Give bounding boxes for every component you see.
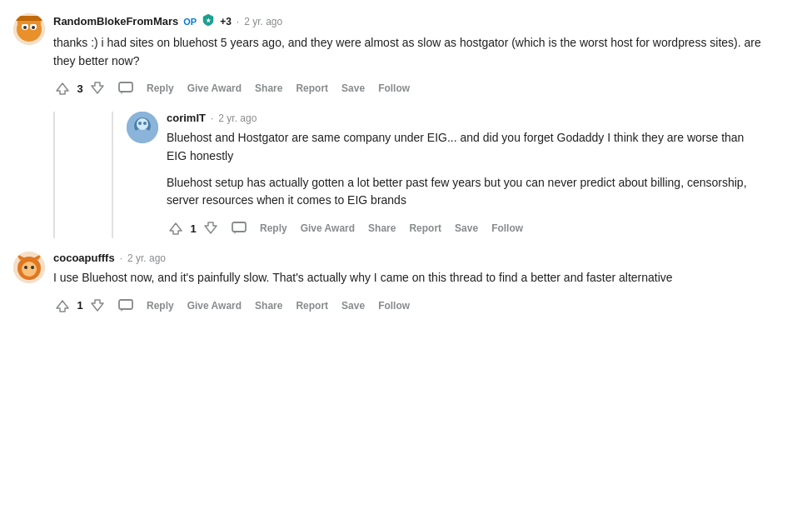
vote-area: 1 xyxy=(167,219,220,237)
downvote-button[interactable] xyxy=(88,297,107,315)
reply-button[interactable]: Reply xyxy=(142,79,179,97)
svg-rect-2 xyxy=(232,222,246,232)
upvote-button[interactable] xyxy=(53,297,72,315)
comment-3: cocoapufffs·2 yr. agoI use Bluehost now,… xyxy=(13,252,763,316)
timestamp: 2 yr. ago xyxy=(244,16,282,27)
reply-button[interactable]: Reply xyxy=(255,219,292,237)
svg-rect-1 xyxy=(119,82,132,92)
comment-icon-button[interactable] xyxy=(227,218,252,238)
give-award-button[interactable]: Give Award xyxy=(182,297,247,315)
score-badge: +3 xyxy=(220,16,232,27)
upvote-button[interactable] xyxy=(53,79,72,97)
award-icon: ★ xyxy=(202,13,215,29)
svg-rect-3 xyxy=(119,300,132,309)
dot-separator: · xyxy=(120,252,122,264)
comment-thread: RandomBlokeFromMarsOP★+3·2 yr. agothanks… xyxy=(13,13,763,316)
comment-header: RandomBlokeFromMarsOP★+3·2 yr. ago xyxy=(53,13,763,29)
dot-separator: · xyxy=(237,16,239,27)
comment-text: thanks :) i had sites on bluehost 5 year… xyxy=(53,34,763,70)
comment-body: RandomBlokeFromMarsOP★+3·2 yr. agothanks… xyxy=(53,13,763,98)
give-award-button[interactable]: Give Award xyxy=(182,79,247,97)
downvote-button[interactable] xyxy=(202,219,220,237)
avatar xyxy=(13,13,45,45)
svg-text:★: ★ xyxy=(206,17,212,23)
comment-icon-button[interactable] xyxy=(113,78,138,98)
comment-2: corimIT·2 yr. agoBluehost and Hostgator … xyxy=(112,112,763,238)
timestamp: 2 yr. ago xyxy=(218,112,257,124)
share-button[interactable]: Share xyxy=(250,79,287,97)
upvote-button[interactable] xyxy=(167,219,185,237)
share-button[interactable]: Share xyxy=(363,219,401,237)
comment-body: cocoapufffs·2 yr. agoI use Bluehost now,… xyxy=(53,252,763,316)
follow-button[interactable]: Follow xyxy=(373,297,415,315)
save-button[interactable]: Save xyxy=(450,219,483,237)
nested-comment-wrapper: corimIT·2 yr. agoBluehost and Hostgator … xyxy=(53,112,763,238)
vote-area: 1 xyxy=(53,297,107,315)
action-bar: 3 ReplyGive AwardShareReportSaveFollow xyxy=(53,78,763,98)
report-button[interactable]: Report xyxy=(291,297,333,315)
vote-count: 1 xyxy=(188,222,198,235)
username[interactable]: corimIT xyxy=(167,112,206,124)
action-bar: 1 ReplyGive AwardShareReportSaveFollow xyxy=(167,218,763,238)
vote-count: 3 xyxy=(75,82,85,95)
comment-1: RandomBlokeFromMarsOP★+3·2 yr. agothanks… xyxy=(13,13,763,98)
save-button[interactable]: Save xyxy=(336,297,370,315)
give-award-button[interactable]: Give Award xyxy=(296,219,360,237)
comment-header: cocoapufffs·2 yr. ago xyxy=(53,252,763,264)
avatar xyxy=(127,112,158,143)
report-button[interactable]: Report xyxy=(404,219,446,237)
reply-button[interactable]: Reply xyxy=(142,297,179,315)
comment-body: corimIT·2 yr. agoBluehost and Hostgator … xyxy=(167,112,763,238)
avatar xyxy=(13,252,45,283)
username[interactable]: cocoapufffs xyxy=(53,252,115,264)
save-button[interactable]: Save xyxy=(336,79,370,97)
downvote-button[interactable] xyxy=(88,79,107,97)
follow-button[interactable]: Follow xyxy=(486,219,528,237)
vote-count: 1 xyxy=(75,299,85,312)
follow-button[interactable]: Follow xyxy=(373,79,415,97)
comment-text: Bluehost and Hostgator are same company … xyxy=(167,129,763,210)
dot-separator: · xyxy=(211,112,213,124)
vote-area: 3 xyxy=(53,79,107,97)
comment-header: corimIT·2 yr. ago xyxy=(167,112,763,124)
username[interactable]: RandomBlokeFromMars xyxy=(53,15,178,27)
share-button[interactable]: Share xyxy=(250,297,287,315)
op-badge: OP xyxy=(183,17,197,27)
action-bar: 1 ReplyGive AwardShareReportSaveFollow xyxy=(53,296,763,316)
timestamp: 2 yr. ago xyxy=(127,252,166,264)
comment-icon-button[interactable] xyxy=(113,296,138,316)
report-button[interactable]: Report xyxy=(291,79,333,97)
comment-text: I use Bluehost now, and it's painfully s… xyxy=(53,269,763,287)
